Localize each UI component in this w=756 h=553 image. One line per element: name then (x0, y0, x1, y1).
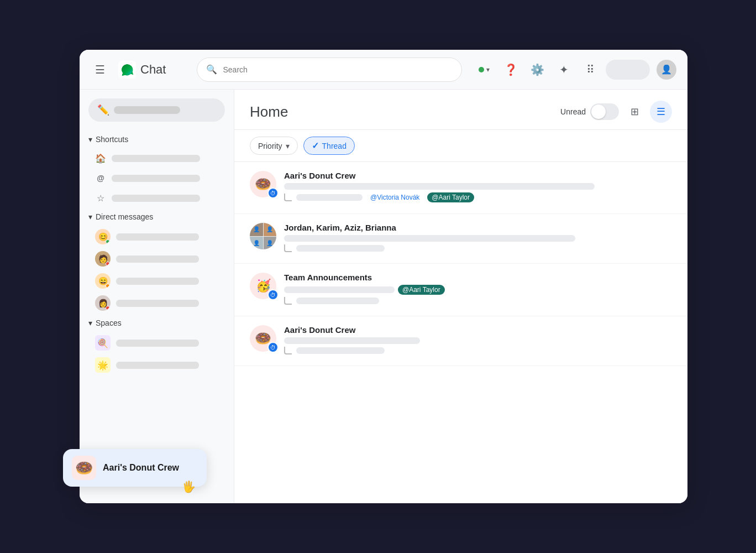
chat-preview-bar-1 (284, 183, 595, 190)
hamburger-icon[interactable]: ☰ (91, 59, 109, 81)
sparkle-button[interactable]: ✦ (553, 59, 575, 81)
cursor-icon: 🖐 (182, 480, 196, 493)
floating-tooltip: 🍩 Aari's Donut Crew 🖐 (63, 449, 207, 487)
chat-preview-row-3b (284, 297, 672, 305)
mentions-label-bar (112, 175, 200, 182)
spaces-item-1[interactable]: 🍭 (80, 332, 229, 354)
logo-area: Chat (118, 61, 166, 79)
status-indicator[interactable]: ▾ (473, 62, 495, 77)
panel-actions: Unread ⊞ ☰ (560, 101, 672, 123)
group-cell-2: 👤 (264, 223, 277, 236)
dm-item-3[interactable]: 😄 (80, 270, 229, 292)
thread-curve-icon-3 (284, 297, 292, 305)
group-cell-4: 👤 (264, 237, 277, 250)
search-input[interactable] (223, 65, 453, 74)
search-bar[interactable]: 🔍 (197, 58, 462, 82)
new-chat-label (114, 106, 180, 114)
shortcuts-chevron-icon: ▾ (88, 135, 92, 144)
thread-check-icon: ✓ (312, 140, 319, 151)
tooltip-name: Aari's Donut Crew (103, 463, 179, 473)
dm-item-4[interactable]: 👩 (80, 292, 229, 314)
dm-name-bar-1 (116, 233, 199, 241)
home-label-bar (112, 155, 200, 162)
dm-avatar-1: 😊 (95, 229, 111, 244)
google-chat-logo (118, 61, 136, 79)
chat-preview-row-1: @Victoria Novák @Aari Taylor (284, 192, 672, 202)
dm-item-1[interactable]: 😊 (80, 226, 229, 248)
chat-item-group[interactable]: 👤 👤 👤 👤 Jordan, Karim, Aziz, Brianna (234, 214, 687, 264)
thread-indicator-3 (284, 297, 293, 305)
dm-status-2 (106, 262, 110, 266)
dm-name-bar-2 (116, 255, 199, 263)
right-panel: Home Unread ⊞ ☰ Priority ▾ (234, 90, 687, 503)
dm-status-1 (106, 239, 110, 244)
sidebar-item-mentions[interactable]: @ (80, 168, 229, 188)
chat-content-1: Aari's Donut Crew @Victoria Novák @Aari … (284, 171, 672, 205)
main-window: ☰ (80, 50, 687, 503)
space-name-bar-2 (116, 362, 199, 369)
thread-curve-icon-1 (284, 194, 292, 201)
top-bar: ☰ (80, 50, 687, 90)
help-button[interactable]: ❓ (500, 59, 522, 81)
dm-section-title: Direct messages (96, 212, 153, 221)
chat-avatar-wrap-1: 🍩 ⏱ (250, 171, 276, 197)
starred-icon: ☆ (95, 192, 106, 204)
unread-label: Unread (560, 107, 586, 116)
chat-preview-short-1 (296, 194, 363, 201)
dm-item-2[interactable]: 🧑 (80, 248, 229, 270)
chat-preview-short-2 (296, 245, 385, 252)
chat-preview-row-4 (284, 347, 672, 354)
chat-item-donut-crew-1[interactable]: 🍩 ⏱ Aari's Donut Crew @Victor (234, 162, 687, 214)
new-chat-button[interactable]: ✏️ (88, 98, 225, 122)
dm-name-bar-3 (116, 278, 199, 285)
space-name-bar-1 (116, 340, 199, 347)
apps-button[interactable]: ⠿ (579, 59, 601, 81)
thread-curve-icon-4 (284, 347, 292, 354)
thread-chip[interactable]: ✓ Thread (303, 137, 355, 155)
status-chevron-icon: ▾ (486, 66, 490, 74)
thread-badge-3: ⏱ (267, 289, 279, 300)
chat-item-donut-crew-2[interactable]: 🍩 ⏱ Aari's Donut Crew (234, 316, 687, 366)
search-icon: 🔍 (206, 64, 217, 75)
spaces-section-title: Spaces (96, 319, 122, 327)
thread-indicator-4 (284, 347, 293, 354)
space-icon-2: 🌟 (95, 357, 111, 373)
priority-chevron-icon: ▾ (286, 142, 290, 150)
status-dot (479, 67, 484, 72)
view-toggle-button[interactable]: ⊞ (623, 101, 645, 123)
page-title: Home (250, 103, 560, 121)
priority-label: Priority (258, 142, 282, 150)
mention-aari-2: @Aari Taylor (398, 285, 445, 295)
thread-badge-1: ⏱ (267, 187, 279, 199)
user-avatar[interactable]: 👤 (657, 60, 676, 80)
chat-item-announcements[interactable]: 🥳 ⏱ Team Announcements @Aari Taylor (234, 264, 687, 316)
mentions-icon: @ (95, 173, 106, 184)
chat-avatar-wrap-3: 🥳 ⏱ (250, 273, 276, 299)
chat-content-2: Jordan, Karim, Aziz, Brianna (284, 223, 672, 254)
thread-curve-icon-2 (284, 244, 292, 252)
unread-toggle[interactable] (590, 103, 619, 120)
settings-button[interactable]: ⚙️ (526, 59, 548, 81)
chat-avatar-2: 👤 👤 👤 👤 (250, 223, 276, 249)
priority-chip[interactable]: Priority ▾ (250, 137, 298, 155)
tooltip-avatar: 🍩 (72, 456, 96, 480)
filter-chips: Priority ▾ ✓ Thread (234, 130, 687, 162)
chat-preview-bar-3a (284, 286, 395, 293)
chat-preview-short-3 (296, 298, 379, 304)
filter-button[interactable]: ☰ (650, 101, 672, 123)
chat-name-1: Aari's Donut Crew (284, 171, 672, 180)
spaces-item-2[interactable]: 🌟 (80, 354, 229, 376)
dm-section-header[interactable]: ▾ Direct messages (80, 208, 234, 226)
sidebar-item-starred[interactable]: ☆ (80, 188, 229, 208)
spaces-section-header[interactable]: ▾ Spaces (80, 314, 234, 332)
chat-content-4: Aari's Donut Crew (284, 325, 672, 357)
sidebar-item-home[interactable]: 🏠 (80, 148, 229, 168)
group-avatar-grid: 👤 👤 👤 👤 (250, 223, 276, 249)
mention-victoria: @Victoria Novák (366, 192, 424, 202)
shortcuts-section-header[interactable]: ▾ Shortcuts (80, 131, 234, 148)
thread-indicator-2 (284, 244, 293, 252)
chat-preview-bar-4 (284, 337, 420, 344)
shortcuts-section-title: Shortcuts (96, 135, 128, 144)
chat-preview-row-2 (284, 244, 672, 252)
panel-header: Home Unread ⊞ ☰ (234, 90, 687, 130)
